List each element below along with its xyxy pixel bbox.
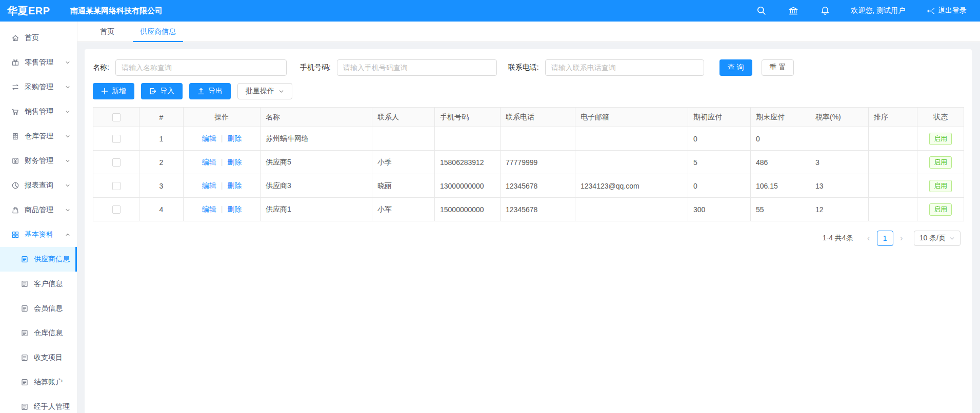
chevron-down-icon [65, 158, 70, 163]
sidebar-item-label: 首页 [25, 33, 70, 43]
sidebar-item-retail[interactable]: 零售管理 [0, 50, 77, 75]
chevron-down-icon [65, 85, 70, 90]
sidebar-subitem-settlement-account[interactable]: 结算账户 [0, 370, 77, 395]
add-button[interactable]: 新增 [93, 83, 134, 99]
column-header: 期初应付 [688, 108, 751, 127]
sidebar-item-goods[interactable]: 商品管理 [0, 198, 77, 222]
table-row: 4编辑|删除供应商1小军15000000000123456783005512启用 [93, 198, 964, 221]
sidebar-subitem-label: 经手人管理 [34, 402, 70, 411]
tab-supplier-info[interactable]: 供应商信息 [133, 22, 183, 42]
sidebar-item-sales[interactable]: 销售管理 [0, 99, 77, 124]
column-header: 电子邮箱 [575, 108, 688, 127]
link-separator: | [221, 158, 223, 166]
cell-end-payable: 106.15 [751, 174, 810, 198]
cell-end-payable: 0 [751, 127, 810, 151]
chevron-down-icon [65, 60, 70, 65]
chevron-down-icon [949, 236, 955, 241]
link-separator: | [221, 134, 223, 142]
cell-contact [372, 127, 435, 151]
topbar-actions: 欢迎您, 测试用户 退出登录 [735, 6, 980, 16]
plus-icon [101, 88, 108, 95]
sidebar-item-warehouse[interactable]: 仓库管理 [0, 124, 77, 149]
table-row: 3编辑|删除供应商3晓丽13000000000123456781234123@q… [93, 174, 964, 198]
cell-phone [435, 127, 501, 151]
sidebar-item-label: 销售管理 [25, 107, 65, 116]
row-checkbox[interactable] [112, 135, 121, 143]
cell-checkbox [93, 151, 139, 174]
batch-actions-dropdown[interactable]: 批量操作 [237, 83, 292, 99]
delete-link[interactable]: 删除 [227, 158, 242, 166]
sidebar-subitem-label: 仓库信息 [34, 328, 70, 338]
column-header: 期末应付 [751, 108, 810, 127]
delete-link[interactable]: 删除 [227, 134, 242, 142]
search-button[interactable]: 查 询 [719, 59, 752, 76]
page-size-select[interactable]: 10 条/页 [914, 231, 961, 246]
row-checkbox[interactable] [112, 158, 121, 167]
sidebar-subitem-member-info[interactable]: 会员信息 [0, 296, 77, 321]
cell-contact: 小季 [372, 151, 435, 174]
toolbar-row: 新增 导入 导出 批量操作 [93, 83, 964, 99]
cell-index: 3 [139, 174, 184, 198]
search-icon[interactable] [756, 6, 767, 16]
sidebar-item-label: 报表查询 [25, 181, 65, 190]
next-page-button[interactable]: › [894, 231, 909, 246]
edit-link[interactable]: 编辑 [202, 181, 216, 190]
content-area: 名称: 手机号码: 联系电话: 查 询 重 置 新增 [77, 42, 980, 413]
sidebar-subitem-handler-mgmt[interactable]: 经手人管理 [0, 395, 77, 413]
sidebar-subitem-label: 结算账户 [34, 378, 70, 387]
sidebar-subitem-supplier-info[interactable]: 供应商信息 [0, 247, 77, 272]
edit-link[interactable]: 编辑 [202, 158, 216, 166]
cell-email [575, 127, 688, 151]
edit-link[interactable]: 编辑 [202, 205, 216, 213]
reset-button[interactable]: 重 置 [762, 59, 794, 76]
cell-sort [869, 151, 917, 174]
tab-home[interactable]: 首页 [93, 22, 122, 42]
sidebar-item-label: 财务管理 [25, 156, 65, 166]
sidebar-item-report[interactable]: 报表查询 [0, 173, 77, 198]
status-badge: 启用 [929, 133, 952, 145]
sidebar-item-basic-data[interactable]: 基本资料 [0, 222, 77, 247]
cell-actions: 编辑|删除 [184, 174, 261, 198]
sidebar-item-home[interactable]: 首页 [0, 26, 77, 50]
logout-button[interactable]: 退出登录 [926, 6, 967, 15]
export-button[interactable]: 导出 [189, 83, 231, 99]
sidebar-subitem-warehouse-info[interactable]: 仓库信息 [0, 321, 77, 345]
cell-name: 苏州蜗牛网络 [261, 127, 372, 151]
row-checkbox[interactable] [112, 182, 121, 190]
sidebar-item-purchase[interactable]: 采购管理 [0, 75, 77, 99]
cell-email: 1234123@qq.com [575, 174, 688, 198]
column-header: 操作 [184, 108, 261, 127]
sidebar-item-finance[interactable]: 财务管理 [0, 149, 77, 173]
tel-filter-input[interactable] [545, 59, 704, 76]
cell-sort [869, 198, 917, 221]
sidebar-subitem-customer-info[interactable]: 客户信息 [0, 272, 77, 296]
sidebar-item-label: 零售管理 [25, 58, 65, 67]
sidebar: 首页零售管理采购管理销售管理仓库管理财务管理报表查询商品管理基本资料供应商信息客… [0, 22, 77, 413]
delete-link[interactable]: 删除 [227, 181, 242, 190]
chevron-down-icon [65, 109, 70, 114]
export-icon [197, 88, 205, 95]
chevron-up-icon [65, 232, 70, 237]
goods-bag-icon [11, 206, 19, 214]
supplier-panel: 名称: 手机号码: 联系电话: 查 询 重 置 新增 [85, 49, 972, 413]
bank-icon[interactable] [788, 6, 798, 16]
bell-icon[interactable] [820, 6, 830, 16]
row-checkbox[interactable] [112, 205, 121, 214]
doc-icon [21, 329, 29, 337]
prev-page-button[interactable]: ‹ [862, 231, 876, 246]
app-logo: 华夏ERP [0, 4, 70, 18]
table-row: 1编辑|删除苏州蜗牛网络00启用 [93, 127, 964, 151]
home-icon [11, 34, 19, 42]
page-number[interactable]: 1 [877, 231, 893, 246]
edit-link[interactable]: 编辑 [202, 134, 216, 142]
top-bar: 华夏ERP 南通某某网络科技有限公司 欢迎您, 测试用户 退出登录 [0, 0, 980, 22]
phone-filter-input[interactable] [337, 59, 497, 76]
name-filter-input[interactable] [115, 59, 287, 76]
sidebar-subitem-income-expense[interactable]: 收支项目 [0, 345, 77, 370]
doc-icon [21, 354, 29, 362]
select-all-checkbox[interactable] [112, 113, 121, 121]
cell-name: 供应商3 [261, 174, 372, 198]
table-header-row: #操作名称联系人手机号码联系电话电子邮箱期初应付期末应付税率(%)排序状态 [93, 108, 964, 127]
delete-link[interactable]: 删除 [227, 205, 242, 213]
import-button[interactable]: 导入 [141, 83, 183, 99]
